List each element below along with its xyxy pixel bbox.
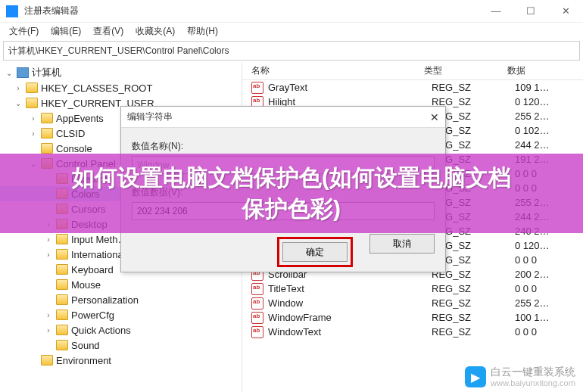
- titlebar: 注册表编辑器 — ☐ ✕: [0, 0, 583, 23]
- close-button[interactable]: ✕: [548, 0, 583, 23]
- folder-icon: [26, 98, 38, 108]
- watermark: ▶ 白云一键重装系统 www.baiyunxitong.com: [465, 366, 575, 387]
- ok-highlight: 确定: [277, 237, 353, 267]
- minimize-button[interactable]: —: [479, 0, 513, 23]
- list-header: 名称 类型 数据: [242, 62, 583, 80]
- menu-view[interactable]: 查看(V): [87, 23, 129, 39]
- dialog-titlebar: 编辑字符串 ✕: [121, 107, 445, 128]
- menu-edit[interactable]: 编辑(E): [45, 23, 87, 39]
- reg-sz-icon: [251, 297, 263, 310]
- folder-icon: [56, 249, 68, 260]
- tree-item[interactable]: ›PowerCfg: [0, 307, 242, 322]
- ok-button[interactable]: 确定: [282, 242, 348, 262]
- reg-sz-icon: [251, 312, 263, 324]
- reg-sz-icon: [251, 82, 263, 94]
- folder-icon: [56, 294, 68, 305]
- tree-item[interactable]: Mouse: [0, 277, 242, 292]
- list-row[interactable]: WindowTextREG_SZ0 0 0: [242, 325, 583, 339]
- list-row[interactable]: TitleTextREG_SZ0 0 0: [242, 282, 583, 296]
- computer-icon: [17, 67, 29, 78]
- col-name[interactable]: 名称: [242, 64, 424, 77]
- tree-item[interactable]: ›HKEY_CLASSES_ROOT: [0, 80, 242, 95]
- dialog-close-button[interactable]: ✕: [430, 111, 439, 123]
- tree-item[interactable]: Environment: [0, 353, 242, 368]
- menu-favorites[interactable]: 收藏夹(A): [129, 23, 181, 39]
- folder-icon: [56, 279, 68, 290]
- watermark-icon: ▶: [465, 366, 486, 387]
- folder-icon: [56, 310, 68, 320]
- overlay-banner: 如何设置电脑文档保护色(如何设置电脑文档 保护色彩): [0, 154, 583, 233]
- folder-icon: [56, 234, 68, 244]
- folder-icon: [56, 264, 68, 275]
- folder-icon: [41, 143, 53, 154]
- list-row[interactable]: WindowREG_SZ255 2…: [242, 296, 583, 310]
- folder-icon: [26, 82, 38, 93]
- tree-item[interactable]: ›Quick Actions: [0, 322, 242, 338]
- cancel-button[interactable]: 取消: [369, 234, 435, 254]
- folder-icon: [56, 340, 68, 350]
- list-row[interactable]: WindowFrameREG_SZ100 1…: [242, 310, 583, 325]
- address-text: 计算机\HKEY_CURRENT_USER\Control Panel\Colo…: [8, 45, 229, 58]
- watermark-brand: 白云一键重装系统: [491, 366, 575, 378]
- menu-file[interactable]: 文件(F): [3, 23, 45, 39]
- list-row[interactable]: GrayTextREG_SZ109 1…: [242, 80, 583, 95]
- maximize-button[interactable]: ☐: [513, 0, 548, 23]
- menu-help[interactable]: 帮助(H): [181, 23, 224, 39]
- app-icon: [6, 5, 18, 17]
- watermark-url: www.baiyunxitong.com: [491, 378, 575, 387]
- folder-icon: [41, 128, 53, 138]
- tree-root[interactable]: ⌄计算机: [0, 65, 242, 80]
- reg-sz-icon: [251, 326, 263, 338]
- folder-icon: [41, 113, 53, 123]
- tree-item[interactable]: Personalization: [0, 292, 242, 307]
- reg-sz-icon: [251, 283, 263, 295]
- menubar: 文件(F) 编辑(E) 查看(V) 收藏夹(A) 帮助(H): [0, 23, 583, 39]
- dialog-title: 编辑字符串: [127, 110, 173, 123]
- folder-icon: [56, 325, 68, 335]
- col-data[interactable]: 数据: [507, 64, 583, 77]
- col-type[interactable]: 类型: [424, 64, 507, 77]
- folder-icon: [41, 355, 53, 366]
- value-name-label: 数值名称(N):: [132, 140, 435, 153]
- tree-item[interactable]: Sound: [0, 338, 242, 353]
- banner-line2: 保护色彩): [242, 194, 341, 225]
- window-title: 注册表编辑器: [24, 5, 479, 17]
- address-bar[interactable]: 计算机\HKEY_CURRENT_USER\Control Panel\Colo…: [3, 41, 580, 61]
- banner-line1: 如何设置电脑文档保护色(如何设置电脑文档: [72, 163, 511, 194]
